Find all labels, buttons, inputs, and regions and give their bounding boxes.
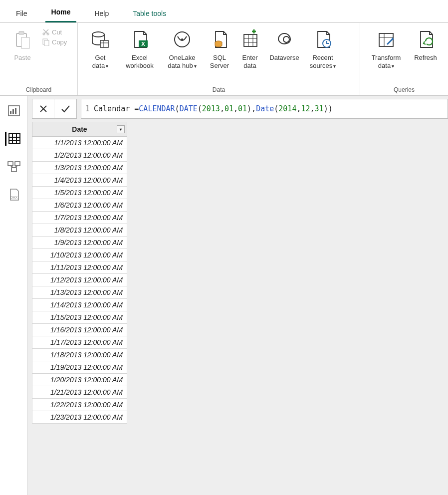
ribbon: Paste Cut Copy Clipboard Get data▾ xyxy=(0,23,448,96)
table-cell[interactable]: 1/12/2013 12:00:00 AM xyxy=(32,274,127,286)
table-cell[interactable]: 1/17/2013 12:00:00 AM xyxy=(32,336,127,349)
excel-workbook-button[interactable]: X Excel workbook xyxy=(119,25,161,69)
data-view-icon[interactable] xyxy=(5,132,21,146)
table-cell[interactable]: 1/2/2013 12:00:00 AM xyxy=(32,149,127,162)
model-view-icon[interactable] xyxy=(6,160,22,174)
table-cell[interactable]: 1/7/2013 12:00:00 AM xyxy=(32,212,127,224)
svg-rect-1 xyxy=(19,31,24,34)
copy-button[interactable]: Copy xyxy=(42,38,67,46)
table-cell[interactable]: 1/23/2013 12:00:00 AM xyxy=(32,411,127,424)
recent-icon xyxy=(313,27,333,52)
cut-button[interactable]: Cut xyxy=(42,28,67,36)
table-cell[interactable]: 1/18/2013 12:00:00 AM xyxy=(32,349,127,361)
sql-icon xyxy=(210,27,229,52)
tab-help[interactable]: Help xyxy=(88,4,115,22)
formula-commit-box xyxy=(32,99,77,119)
svg-rect-37 xyxy=(11,168,16,172)
table-cell[interactable]: 1/14/2013 12:00:00 AM xyxy=(32,299,127,311)
table-cell[interactable]: 1/3/2013 12:00:00 AM xyxy=(32,162,127,174)
table-cell[interactable]: 1/22/2013 12:00:00 AM xyxy=(32,399,127,411)
formula-bar[interactable]: 1 Calendar = CALENDAR(DATE(2013,01,01),D… xyxy=(81,99,448,119)
svg-rect-29 xyxy=(15,108,16,114)
data-table: Date ▾ 1/1/2013 12:00:00 AM1/2/2013 12:0… xyxy=(32,122,127,424)
recent-sources-button[interactable]: Recent sources▾ xyxy=(304,25,341,69)
view-rail: DAX xyxy=(0,96,28,495)
table-cell[interactable]: 1/11/2013 12:00:00 AM xyxy=(32,261,127,274)
table-cell[interactable]: 1/16/2013 12:00:00 AM xyxy=(32,324,127,336)
table-cell[interactable]: 1/6/2013 12:00:00 AM xyxy=(32,199,127,212)
table-cell[interactable]: 1/13/2013 12:00:00 AM xyxy=(32,286,127,299)
commit-formula-button[interactable] xyxy=(54,99,76,118)
get-data-button[interactable]: Get data▾ xyxy=(82,25,119,69)
transform-data-button[interactable]: Transform data▾ xyxy=(364,25,408,69)
menu-tabs: File Home Help Table tools xyxy=(0,0,448,23)
svg-rect-35 xyxy=(8,162,13,166)
tab-file[interactable]: File xyxy=(10,4,33,22)
table-cell[interactable]: 1/21/2013 12:00:00 AM xyxy=(32,386,127,399)
svg-rect-36 xyxy=(15,162,20,166)
transform-icon xyxy=(376,27,396,52)
enter-data-icon xyxy=(240,27,260,52)
excel-icon: X xyxy=(130,27,150,52)
dax-view-icon[interactable]: DAX xyxy=(6,188,22,202)
table-cell[interactable]: 1/10/2013 12:00:00 AM xyxy=(32,249,127,261)
table-cell[interactable]: 1/4/2013 12:00:00 AM xyxy=(32,174,127,187)
column-filter-icon[interactable]: ▾ xyxy=(117,125,125,133)
svg-rect-8 xyxy=(100,40,108,47)
dataverse-icon xyxy=(274,27,294,52)
svg-rect-28 xyxy=(12,109,14,114)
paste-icon xyxy=(13,27,31,52)
table-cell[interactable]: 1/19/2013 12:00:00 AM xyxy=(32,361,127,374)
svg-rect-6 xyxy=(44,40,49,46)
cancel-formula-button[interactable] xyxy=(32,99,54,118)
refresh-button[interactable]: Refresh xyxy=(408,25,443,62)
table-cell[interactable]: 1/20/2013 12:00:00 AM xyxy=(32,374,127,386)
tab-home[interactable]: Home xyxy=(45,3,77,22)
report-view-icon[interactable] xyxy=(6,104,22,118)
refresh-icon xyxy=(416,27,436,52)
table-cell[interactable]: 1/8/2013 12:00:00 AM xyxy=(32,224,127,237)
onelake-icon xyxy=(172,27,192,52)
group-label-queries: Queries xyxy=(364,86,444,94)
svg-rect-30 xyxy=(9,134,20,144)
svg-point-14 xyxy=(181,38,183,40)
group-label-data: Data xyxy=(82,86,356,94)
svg-text:X: X xyxy=(141,41,145,47)
paste-button[interactable]: Paste xyxy=(4,25,41,62)
sql-server-button[interactable]: SQL Server xyxy=(204,25,235,69)
tab-table-tools[interactable]: Table tools xyxy=(127,4,172,22)
svg-point-7 xyxy=(92,32,104,37)
enter-data-button[interactable]: Enter data xyxy=(235,25,264,69)
group-label-clipboard: Clipboard xyxy=(4,86,73,94)
table-cell[interactable]: 1/9/2013 12:00:00 AM xyxy=(32,237,127,249)
svg-text:DAX: DAX xyxy=(10,196,17,199)
dataverse-button[interactable]: Dataverse xyxy=(264,25,304,62)
svg-rect-2 xyxy=(21,37,29,48)
column-header-date[interactable]: Date ▾ xyxy=(32,122,127,137)
copy-icon xyxy=(42,38,50,46)
svg-rect-27 xyxy=(10,111,11,114)
onelake-hub-button[interactable]: OneLake data hub▾ xyxy=(161,25,204,69)
table-cell[interactable]: 1/15/2013 12:00:00 AM xyxy=(32,311,127,324)
svg-rect-16 xyxy=(244,34,257,46)
table-cell[interactable]: 1/1/2013 12:00:00 AM xyxy=(32,137,127,149)
table-cell[interactable]: 1/5/2013 12:00:00 AM xyxy=(32,187,127,199)
database-icon xyxy=(90,27,110,52)
cut-icon xyxy=(42,28,50,36)
svg-point-21 xyxy=(283,36,289,42)
